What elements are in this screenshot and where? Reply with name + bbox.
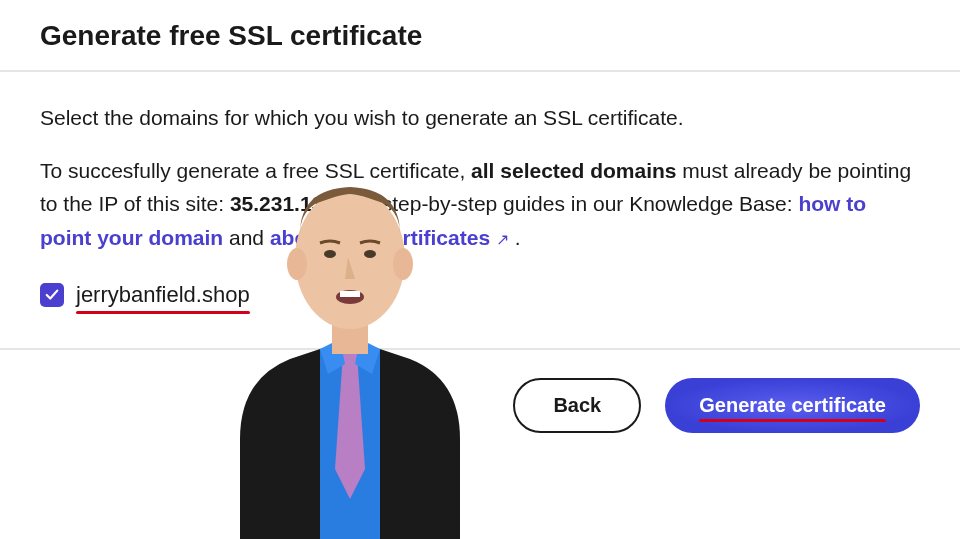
domain-label: jerrybanfield.shop [76, 282, 250, 308]
info-block: To succesfully generate a free SSL certi… [40, 154, 920, 255]
page-title: Generate free SSL certificate [40, 20, 920, 70]
info-prefix: To succesfully generate a free SSL certi… [40, 159, 471, 182]
external-link-icon: ↗ [496, 230, 509, 247]
check-icon [45, 288, 59, 302]
info-end: . [509, 226, 521, 249]
back-button[interactable]: Back [513, 378, 641, 433]
link-ssl-certificates[interactable]: about SSL certificates [270, 226, 490, 249]
instruction-text: Select the domains for which you wish to… [40, 102, 920, 134]
domain-row[interactable]: jerrybanfield.shop [40, 282, 920, 308]
annotation-underline [699, 419, 886, 422]
domain-checkbox[interactable] [40, 283, 64, 307]
divider [0, 70, 960, 72]
generate-certificate-button[interactable]: Generate certificate [665, 378, 920, 433]
footer-actions: Back Generate certificate [0, 350, 960, 433]
domain-name-text: jerrybanfield.shop [76, 282, 250, 307]
generate-button-label: Generate certificate [699, 394, 886, 416]
info-bold-domains: all selected domains [471, 159, 676, 182]
info-ip: 35.231.13 [230, 192, 323, 215]
info-mid2: . Find step-by-step guides in our Knowle… [323, 192, 798, 215]
annotation-underline [76, 311, 250, 314]
info-and: and [223, 226, 270, 249]
